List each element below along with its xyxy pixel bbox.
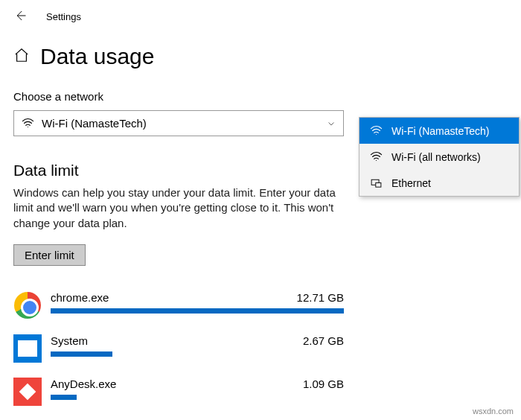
- enter-limit-button[interactable]: Enter limit: [13, 244, 86, 266]
- app-usage: 12.71 GB: [297, 291, 344, 304]
- anydesk-icon: [13, 378, 42, 406]
- app-row: AnyDesk.exe 1.09 GB: [13, 378, 344, 406]
- ethernet-icon: [370, 176, 383, 189]
- chrome-icon: [13, 291, 42, 319]
- back-icon[interactable]: [13, 9, 27, 25]
- usage-bar: [51, 308, 344, 314]
- dropdown-item-label: Wi-Fi (NamasteTech): [391, 125, 489, 137]
- app-usage: 2.67 GB: [303, 334, 344, 347]
- dropdown-item-wifi-namastetech[interactable]: Wi-Fi (NamasteTech): [359, 118, 519, 144]
- network-select[interactable]: Wi-Fi (NamasteTech): [13, 110, 344, 136]
- dropdown-item-label: Wi-Fi (all networks): [391, 151, 481, 163]
- app-name: AnyDesk.exe: [51, 378, 116, 390]
- system-icon: [13, 334, 42, 363]
- app-name: chrome.exe: [51, 291, 109, 304]
- watermark: wsxdn.com: [473, 407, 514, 416]
- usage-bar: [51, 351, 112, 357]
- app-usage-list: chrome.exe 12.71 GB System 2.67 GB AnyDe…: [13, 291, 344, 406]
- app-usage: 1.09 GB: [303, 378, 344, 390]
- window-title: Settings: [46, 11, 81, 22]
- data-limit-description: Windows can help you stay under your dat…: [13, 185, 344, 231]
- wifi-icon: [370, 124, 383, 137]
- dropdown-item-ethernet[interactable]: Ethernet: [359, 170, 519, 196]
- app-row: chrome.exe 12.71 GB: [13, 291, 344, 319]
- dropdown-item-label: Ethernet: [391, 177, 431, 189]
- data-limit-title: Data limit: [13, 162, 344, 179]
- home-icon[interactable]: [13, 47, 30, 66]
- usage-bar: [51, 395, 77, 400]
- dropdown-item-wifi-all[interactable]: Wi-Fi (all networks): [359, 144, 519, 170]
- wifi-icon: [370, 150, 383, 163]
- network-label: Choose a network: [13, 90, 344, 103]
- chevron-down-icon: [327, 119, 336, 128]
- svg-rect-1: [376, 183, 381, 188]
- wifi-icon: [22, 117, 34, 130]
- app-name: System: [51, 334, 88, 347]
- network-dropdown: Wi-Fi (NamasteTech) Wi-Fi (all networks)…: [359, 117, 520, 197]
- page-title: Data usage: [40, 44, 154, 69]
- app-row: System 2.67 GB: [13, 334, 344, 363]
- network-select-value: Wi-Fi (NamasteTech): [42, 117, 319, 130]
